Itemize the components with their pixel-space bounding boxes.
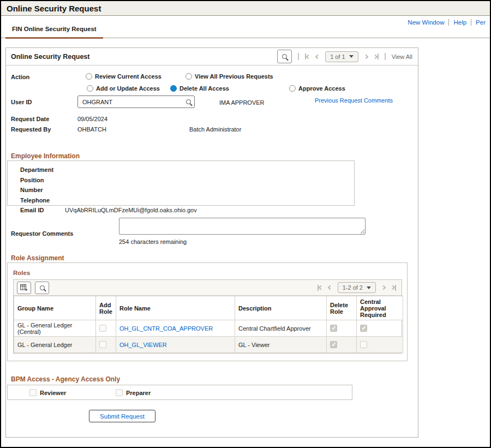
role-name-link[interactable]: OH_GL_CNTR_COA_APPROVER [119, 325, 213, 332]
col-add-role: Add Role [96, 296, 116, 320]
tab-fin-online-security-request[interactable]: FIN Online Security Request [5, 26, 103, 39]
reviewer-option[interactable]: Reviewer [29, 389, 66, 396]
central-approval-cell [357, 337, 403, 353]
add-role-checkbox[interactable] [99, 341, 106, 348]
reviewer-label: Reviewer [40, 390, 66, 396]
roles-grid-title: Roles [13, 270, 30, 276]
requested-by-description: Batch Administrator [189, 126, 241, 133]
help-link[interactable]: Help [448, 19, 471, 26]
employee-information-box: Department Position Number Telephone Ema… [7, 160, 355, 206]
section-title: Online Security Request [11, 53, 89, 61]
reviewer-checkbox[interactable] [29, 389, 37, 396]
search-button[interactable] [277, 50, 292, 63]
user-id-input[interactable] [81, 98, 186, 106]
roles-grid-toolbar: 1-2 of 2 [14, 280, 402, 296]
roles-table-header-row: Group Name Add Role Role Name Descriptio… [14, 296, 403, 320]
roles-grid-pager: 1-2 of 2 [318, 282, 396, 293]
rows-selector-value: 1-2 of 2 [343, 284, 363, 291]
preparer-label: Preparer [126, 390, 151, 396]
lookup-icon[interactable] [186, 99, 191, 104]
section-header: Online Security Request 1 of 1 View All [6, 48, 418, 65]
search-icon [40, 285, 45, 290]
request-date-value: 09/05/2024 [77, 116, 107, 122]
requested-by-label: Requested By [11, 126, 51, 133]
role-assignment-box: Roles 1-2 of 2 [7, 262, 408, 361]
group-name-cell: GL - General Ledger [14, 337, 96, 353]
first-page-icon[interactable] [318, 285, 322, 291]
col-role-name: Role Name [116, 296, 235, 320]
view-all-link[interactable]: View All [392, 53, 412, 60]
radio-icon[interactable] [86, 73, 92, 80]
personalize-link[interactable]: Per [471, 19, 490, 26]
requestor-comments-label: Requestor Comments [11, 230, 73, 237]
preparer-checkbox[interactable] [116, 389, 123, 396]
central-approval-checkbox[interactable] [360, 341, 367, 348]
last-chevron [373, 54, 377, 58]
user-id-label: User ID [11, 99, 32, 105]
central-approval-checkbox[interactable] [360, 325, 367, 332]
radio-delete-all-access[interactable]: Delete All Access [170, 84, 229, 93]
page-selector[interactable]: 1 of 1 [325, 51, 358, 62]
radio-label: Approve Access [298, 85, 345, 92]
characters-remaining-text: 254 characters remaining [119, 238, 187, 245]
bpm-access-heading: BPM Access - Agency Access Only [11, 375, 120, 383]
next-page-icon[interactable] [382, 286, 385, 289]
previous-page-icon[interactable] [328, 286, 332, 289]
radio-icon[interactable] [289, 85, 296, 92]
radio-icon[interactable] [170, 85, 177, 92]
requested-by-value: OHBATCH [77, 126, 106, 133]
next-chevron [363, 54, 368, 58]
previous-page-icon[interactable] [316, 55, 319, 58]
radio-label: Add or Update Access [96, 85, 160, 92]
request-date-label: Request Date [11, 116, 49, 122]
rows-selector[interactable]: 1-2 of 2 [338, 282, 376, 293]
page-selector-value: 1 of 1 [330, 53, 345, 60]
position-number-label: Position Number [20, 175, 65, 195]
role-name-link[interactable]: OH_GL_VIEWER [119, 342, 167, 348]
radio-icon[interactable] [185, 73, 192, 80]
personalize-grid-button[interactable] [17, 282, 31, 294]
requestor-comments-textarea[interactable] [119, 218, 366, 235]
add-role-checkbox[interactable] [99, 325, 106, 332]
dropdown-caret-icon [367, 286, 371, 289]
dropdown-caret-icon [349, 55, 354, 58]
next-page-icon[interactable] [364, 55, 368, 58]
user-id-field [77, 95, 195, 108]
preparer-option[interactable]: Preparer [116, 389, 151, 396]
add-role-cell [96, 320, 116, 337]
employee-field-row: Email ID UVqAbRRILuQLmDFzeMUi@fgold.oaks… [8, 205, 354, 216]
next-chevron [381, 285, 386, 290]
radio-icon[interactable] [87, 85, 93, 92]
action-label: Action [11, 74, 29, 80]
last-page-icon[interactable] [374, 53, 379, 59]
submit-request-button[interactable]: Submit Request [89, 410, 155, 422]
new-window-link[interactable]: New Window [403, 19, 448, 26]
grid-search-button[interactable] [35, 282, 49, 294]
delete-role-checkbox[interactable] [330, 341, 337, 348]
col-delete-role: Delete Role [327, 296, 357, 320]
previous-request-comments-link[interactable]: Previous Request Comments [315, 97, 393, 104]
radio-approve-access[interactable]: Approve Access [289, 84, 345, 93]
radio-view-all-previous-requests[interactable]: View All Previous Requests [185, 72, 273, 81]
delete-role-checkbox[interactable] [330, 325, 337, 332]
radio-label: View All Previous Requests [195, 73, 273, 80]
radio-review-current-access[interactable]: Review Current Access [86, 72, 161, 81]
first-page-icon[interactable] [305, 53, 310, 59]
radio-add-or-update-access[interactable]: Add or Update Access [87, 84, 160, 93]
user-description: IMA APPROVER [219, 99, 265, 106]
last-chevron [391, 285, 395, 290]
role-assignment-heading: Role Assignment [11, 254, 64, 262]
employee-information-heading: Employee Information [11, 152, 80, 160]
utility-links: New WindowHelpPer [403, 19, 490, 26]
col-description: Description [235, 296, 327, 320]
roles-table: Group Name Add Role Role Name Descriptio… [14, 296, 403, 353]
last-bar [395, 285, 396, 291]
last-page-icon[interactable] [391, 285, 396, 291]
first-chevron [318, 285, 322, 290]
bpm-access-box: Reviewer Preparer [7, 385, 352, 400]
email-id-value: UVqAbRRILuQLmDFzeMUi@fgold.oaks.ohio.gov [65, 205, 197, 216]
radio-label: Delete All Access [179, 85, 229, 92]
grid-icon [20, 284, 28, 291]
table-row: GL - General Ledger (Central) OH_GL_CNTR… [14, 320, 403, 337]
first-chevron [306, 54, 310, 58]
